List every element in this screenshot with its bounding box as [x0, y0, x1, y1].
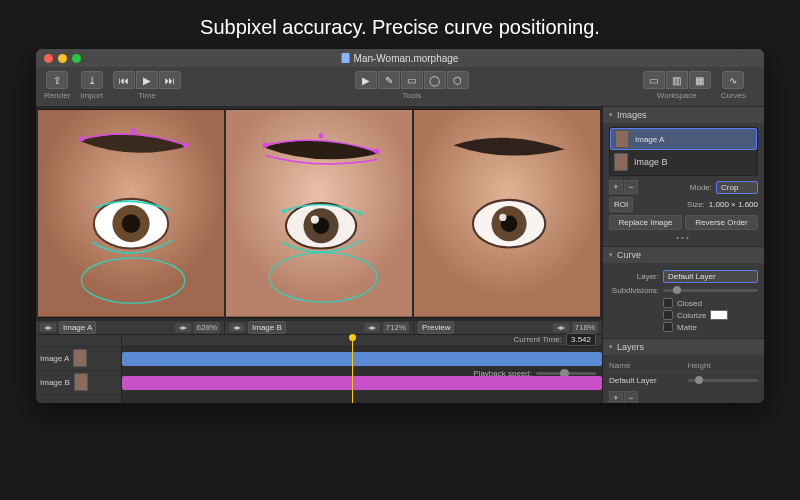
view-a-select[interactable]: Image A	[59, 321, 96, 334]
timeline-row-b[interactable]: Image B	[36, 371, 121, 395]
remove-layer-button[interactable]: −	[624, 391, 638, 403]
current-time-label: Current Time:	[514, 335, 562, 344]
tool-rect[interactable]: ▭	[401, 71, 423, 89]
colorize-swatch[interactable]	[710, 310, 728, 320]
viewport-footer: ◂▸ Image A ◂▸ 628% ◂▸ Image B ◂▸ 712% Pr…	[36, 320, 602, 334]
view-p-zoom[interactable]: 718%	[572, 322, 598, 333]
layers-panel-header[interactable]: Layers	[603, 339, 764, 355]
curve-panel-header[interactable]: Curve	[603, 247, 764, 263]
svg-point-5	[130, 128, 135, 133]
view-a-zoom[interactable]: 628%	[194, 322, 220, 333]
svg-point-3	[122, 214, 141, 233]
hero-headline: Subpixel accuracy. Precise curve positio…	[0, 0, 800, 49]
view-b-zoom[interactable]: 712%	[383, 322, 409, 333]
view-b-tag: ◂▸	[229, 323, 245, 332]
view-p-zoomctl[interactable]: ◂▸	[553, 323, 569, 332]
workspace-1[interactable]: ▭	[643, 71, 665, 89]
size-value: 1.000 × 1.600	[709, 200, 758, 209]
viewport-preview[interactable]	[414, 109, 600, 318]
view-a-tag: ◂▸	[40, 323, 56, 332]
curves-button[interactable]: ∿	[722, 71, 744, 89]
timeline-tracks[interactable]: Current Time: 3.542 Playback speed:	[122, 335, 602, 403]
more-indicator[interactable]: •••	[609, 233, 758, 242]
time-label: Time	[138, 91, 155, 100]
time-end-button[interactable]: ⏭	[159, 71, 181, 89]
current-time-field[interactable]: 3.542	[566, 333, 596, 346]
images-panel-header[interactable]: Images	[603, 107, 764, 123]
workspace-3[interactable]: ▦	[689, 71, 711, 89]
tool-pointer[interactable]: ▶	[355, 71, 377, 89]
time-start-button[interactable]: ⏮	[113, 71, 135, 89]
add-image-button[interactable]: +	[609, 180, 623, 194]
import-label: Import	[80, 91, 103, 100]
view-a-zoomctl[interactable]: ◂▸	[175, 323, 191, 332]
window-controls[interactable]	[44, 54, 81, 63]
view-p-select[interactable]: Preview	[418, 321, 454, 334]
svg-point-13	[263, 143, 268, 148]
render-button[interactable]: ⇪	[46, 71, 68, 89]
timeline-row-warp[interactable]: Warp	[36, 395, 121, 403]
reverse-order-button[interactable]: Reverse Order	[685, 215, 758, 230]
closed-checkbox[interactable]: Closed	[663, 298, 758, 308]
timeline: Image A Image B Warp Current Time: 3.542…	[36, 334, 602, 403]
app-window: Man-Woman.morphage ⇪ Render ⤓ Import ⏮ ▶…	[36, 49, 764, 403]
svg-point-6	[183, 143, 188, 148]
thumbnail-icon	[614, 153, 628, 171]
svg-point-17	[282, 209, 286, 213]
remove-image-button[interactable]: −	[624, 180, 638, 194]
thumbnail-icon	[74, 373, 88, 391]
layer-row[interactable]: Default Layer	[609, 373, 758, 388]
layer-height-slider[interactable]	[688, 379, 759, 382]
document-title: Man-Woman.morphage	[342, 53, 459, 64]
timeline-row-a[interactable]: Image A	[36, 347, 121, 371]
add-layer-button[interactable]: +	[609, 391, 623, 403]
subdivisions-slider[interactable]	[663, 289, 758, 292]
svg-point-4	[79, 136, 84, 141]
document-icon	[342, 53, 350, 63]
workspace-label: Workspace	[657, 91, 697, 100]
toolbar: ⇪ Render ⤓ Import ⏮ ▶ ⏭ Time ▶ ✎ ▭ ◯ ⬡ T…	[36, 67, 764, 107]
svg-point-18	[358, 211, 362, 215]
image-item-a[interactable]: Image A	[610, 128, 757, 150]
curves-label: Curves	[721, 91, 746, 100]
view-b-zoomctl[interactable]: ◂▸	[364, 323, 380, 332]
thumbnail-icon	[73, 349, 87, 367]
thumbnail-icon	[615, 130, 629, 148]
colorize-checkbox[interactable]: Colorize	[663, 310, 758, 320]
viewport-a[interactable]	[38, 109, 224, 318]
svg-point-14	[318, 133, 323, 138]
view-b-select[interactable]: Image B	[248, 321, 286, 334]
tool-pen[interactable]: ✎	[378, 71, 400, 89]
viewport-b[interactable]	[226, 109, 412, 318]
image-item-b[interactable]: Image B	[610, 150, 757, 175]
playhead[interactable]	[352, 335, 353, 403]
inspector-sidebar: Images Image A Image B +− Mode: Crop ROI…	[602, 107, 764, 403]
image-list: Image A Image B	[609, 127, 758, 176]
time-play-button[interactable]: ▶	[136, 71, 158, 89]
workspace-2[interactable]: ▥	[666, 71, 688, 89]
svg-point-15	[374, 149, 379, 154]
replace-image-button[interactable]: Replace Image	[609, 215, 682, 230]
tools-label: Tools	[402, 91, 421, 100]
curve-layer-select[interactable]: Default Layer	[663, 270, 758, 283]
titlebar: Man-Woman.morphage	[36, 49, 764, 67]
roi-button[interactable]: ROI	[609, 197, 633, 212]
mode-select[interactable]: Crop	[716, 181, 758, 194]
tool-ellipse[interactable]: ◯	[424, 71, 446, 89]
render-label: Render	[44, 91, 70, 100]
svg-point-12	[311, 215, 319, 223]
import-button[interactable]: ⤓	[81, 71, 103, 89]
tool-mask[interactable]: ⬡	[447, 71, 469, 89]
svg-point-23	[499, 214, 506, 221]
matte-checkbox[interactable]: Matte	[663, 322, 758, 332]
